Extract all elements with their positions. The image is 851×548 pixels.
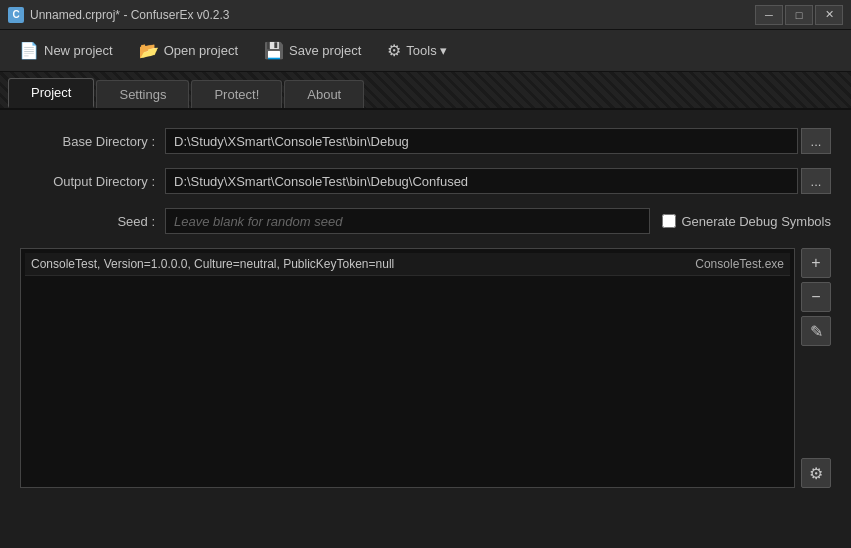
generate-debug-label[interactable]: Generate Debug Symbols <box>662 214 831 229</box>
assembly-bottom-buttons: ⚙ <box>801 458 831 488</box>
assembly-item[interactable]: ConsoleTest, Version=1.0.0.0, Culture=ne… <box>25 253 790 276</box>
seed-label: Seed : <box>20 214 165 229</box>
app-icon: C <box>8 7 24 23</box>
add-assembly-button[interactable]: + <box>801 248 831 278</box>
titlebar: C Unnamed.crproj* - ConfuserEx v0.2.3 ─ … <box>0 0 851 30</box>
new-project-icon: 📄 <box>19 41 39 60</box>
tab-protect[interactable]: Protect! <box>191 80 282 108</box>
remove-assembly-button[interactable]: − <box>801 282 831 312</box>
open-project-button[interactable]: 📂 Open project <box>128 36 249 65</box>
open-project-icon: 📂 <box>139 41 159 60</box>
assembly-settings-button[interactable]: ⚙ <box>801 458 831 488</box>
new-project-label: New project <box>44 43 113 58</box>
assembly-item-name: ConsoleTest, Version=1.0.0.0, Culture=ne… <box>31 257 695 271</box>
seed-row: Seed : Generate Debug Symbols <box>20 208 831 234</box>
output-directory-browse-button[interactable]: ... <box>801 168 831 194</box>
tab-project[interactable]: Project <box>8 78 94 108</box>
assembly-list[interactable]: ConsoleTest, Version=1.0.0.0, Culture=ne… <box>20 248 795 488</box>
tab-about[interactable]: About <box>284 80 364 108</box>
assembly-top-buttons: + − ✎ <box>801 248 831 346</box>
base-directory-browse-button[interactable]: ... <box>801 128 831 154</box>
save-project-icon: 💾 <box>264 41 284 60</box>
generate-debug-text: Generate Debug Symbols <box>681 214 831 229</box>
toolbar: 📄 New project 📂 Open project 💾 Save proj… <box>0 30 851 72</box>
tools-label: Tools ▾ <box>406 43 447 58</box>
base-directory-row: Base Directory : ... <box>20 128 831 154</box>
open-project-label: Open project <box>164 43 238 58</box>
tools-button[interactable]: ⚙ Tools ▾ <box>376 36 458 65</box>
assembly-item-file: ConsoleTest.exe <box>695 257 784 271</box>
output-directory-input[interactable] <box>165 168 798 194</box>
tab-settings[interactable]: Settings <box>96 80 189 108</box>
assembly-container: ConsoleTest, Version=1.0.0.0, Culture=ne… <box>20 248 831 488</box>
maximize-button[interactable]: □ <box>785 5 813 25</box>
seed-input[interactable] <box>165 208 650 234</box>
window-title: Unnamed.crproj* - ConfuserEx v0.2.3 <box>30 8 755 22</box>
save-project-button[interactable]: 💾 Save project <box>253 36 372 65</box>
close-button[interactable]: ✕ <box>815 5 843 25</box>
output-directory-label: Output Directory : <box>20 174 165 189</box>
window-controls: ─ □ ✕ <box>755 5 843 25</box>
new-project-button[interactable]: 📄 New project <box>8 36 124 65</box>
save-project-label: Save project <box>289 43 361 58</box>
tools-icon: ⚙ <box>387 41 401 60</box>
minimize-button[interactable]: ─ <box>755 5 783 25</box>
base-directory-input[interactable] <box>165 128 798 154</box>
main-content: Base Directory : ... Output Directory : … <box>0 110 851 548</box>
generate-debug-checkbox[interactable] <box>662 214 676 228</box>
edit-assembly-button[interactable]: ✎ <box>801 316 831 346</box>
base-directory-label: Base Directory : <box>20 134 165 149</box>
tabs-bar: Project Settings Protect! About <box>0 72 851 110</box>
output-directory-row: Output Directory : ... <box>20 168 831 194</box>
assembly-side-buttons: + − ✎ ⚙ <box>801 248 831 488</box>
